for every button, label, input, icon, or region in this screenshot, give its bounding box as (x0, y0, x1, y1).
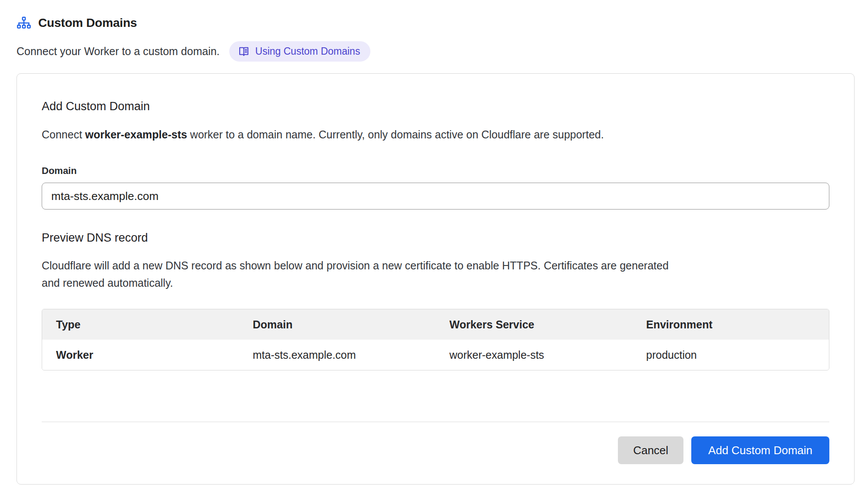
open-book-icon (238, 46, 250, 57)
worker-name: worker-example-sts (85, 128, 187, 141)
column-header-workers-service: Workers Service (436, 309, 632, 340)
page: Custom Domains Connect your Worker to a … (0, 0, 868, 498)
page-title: Custom Domains (38, 16, 137, 30)
page-subtitle: Connect your Worker to a custom domain. (17, 45, 220, 58)
page-header: Custom Domains (17, 13, 855, 33)
docs-link-badge[interactable]: Using Custom Domains (229, 41, 371, 62)
description-suffix: worker to a domain name. Currently, only… (187, 128, 604, 141)
table-header-row: Type Domain Workers Service Environment (42, 309, 829, 340)
column-header-domain: Domain (239, 309, 436, 340)
cell-domain: mta-sts.example.com (239, 340, 436, 370)
column-header-environment: Environment (632, 309, 829, 340)
domain-input[interactable] (42, 183, 829, 210)
card-heading: Add Custom Domain (42, 100, 829, 113)
card-description: Connect worker-example-sts worker to a d… (42, 128, 829, 141)
domain-field-label: Domain (42, 165, 829, 177)
add-custom-domain-card: Add Custom Domain Connect worker-example… (17, 73, 855, 485)
add-custom-domain-button[interactable]: Add Custom Domain (691, 436, 829, 464)
column-header-type: Type (42, 309, 239, 340)
preview-dns-description: Cloudflare will add a new DNS record as … (42, 257, 671, 292)
docs-link-label: Using Custom Domains (255, 46, 360, 57)
dns-preview-table: Type Domain Workers Service Environment … (42, 309, 829, 370)
subtitle-row: Connect your Worker to a custom domain. … (17, 41, 855, 62)
actions-row: Cancel Add Custom Domain (42, 436, 829, 464)
description-prefix: Connect (42, 128, 85, 141)
cancel-button[interactable]: Cancel (618, 436, 683, 464)
table-row: Worker mta-sts.example.com worker-exampl… (42, 340, 829, 370)
cell-type: Worker (42, 340, 239, 370)
preview-dns-heading: Preview DNS record (42, 231, 829, 245)
cell-workers-service: worker-example-sts (436, 340, 632, 370)
cell-environment: production (632, 340, 829, 370)
footer-divider (42, 422, 829, 422)
sitemap-icon (17, 16, 31, 29)
